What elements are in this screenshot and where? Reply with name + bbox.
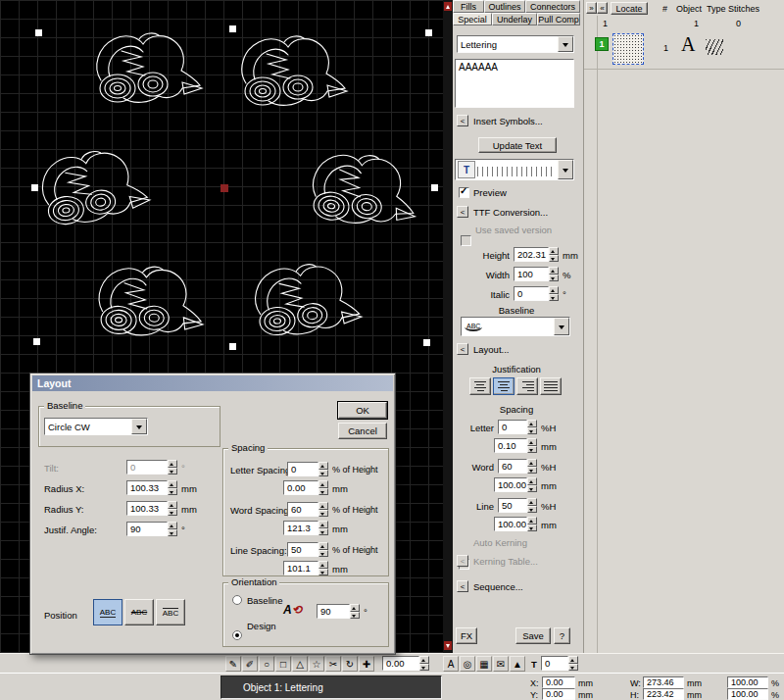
chevron-down-icon[interactable] — [131, 419, 147, 434]
lettering-object-icon[interactable]: A — [681, 33, 695, 56]
baseline-type-select[interactable]: Circle CW — [44, 418, 148, 435]
letter-tool-icon[interactable]: A — [443, 656, 459, 672]
justify-right-button[interactable] — [516, 377, 538, 395]
stitch-type-icon[interactable] — [706, 39, 723, 55]
rotation-center-marker[interactable] — [220, 184, 228, 192]
orientation-angle-input[interactable]: 90 — [317, 604, 350, 619]
rect-tool-icon[interactable]: □ — [275, 656, 291, 672]
help-button[interactable]: ? — [554, 627, 570, 644]
letter-spacing-pct-input[interactable]: 0 — [287, 462, 318, 476]
pencil-tool-icon[interactable]: ✎ — [225, 656, 241, 672]
update-text-button[interactable]: Update Text — [478, 137, 557, 153]
insert-symbols-expander[interactable]: < — [457, 115, 468, 126]
kerning-table-expander[interactable]: < — [457, 555, 468, 567]
line-mm-input[interactable]: 100.00 — [494, 517, 527, 531]
sequence-expander[interactable]: < — [457, 580, 468, 592]
letter-spacing-mm-spinner[interactable] — [318, 480, 328, 495]
line-mm-spinner[interactable] — [527, 517, 537, 531]
italic-input[interactable]: 0 — [514, 286, 549, 301]
scissors-tool-icon[interactable]: ✂ — [325, 656, 341, 672]
justify-center-button[interactable] — [493, 377, 514, 395]
word-spacing-mm-spinner[interactable] — [318, 521, 328, 535]
dialog-title-bar[interactable]: Layout — [32, 375, 393, 391]
tab-underlay[interactable]: Underlay — [492, 13, 537, 25]
tilt-spinner[interactable] — [168, 460, 177, 475]
tab-outlines[interactable]: Outlines — [484, 0, 525, 13]
word-spacing-pct-input[interactable]: 60 — [287, 502, 318, 517]
lettering-text-input[interactable]: AAAAAA — [455, 59, 574, 108]
position-middle-button[interactable]: ABC — [124, 599, 154, 625]
t-value-input[interactable]: 0 — [541, 656, 568, 671]
use-saved-version-checkbox[interactable] — [461, 235, 471, 246]
sequence-button[interactable]: Sequence... — [473, 581, 523, 592]
line-spacing-mm-spinner[interactable] — [318, 561, 328, 575]
kerning-table-button[interactable]: Kerning Table... — [473, 556, 538, 567]
canvas-vertical-scrollbar[interactable] — [443, 0, 453, 653]
letter-spacing-pct-spinner[interactable] — [318, 462, 328, 476]
line-percent-spinner[interactable] — [527, 498, 537, 513]
object-type-select[interactable]: Lettering — [457, 35, 574, 53]
orientation-design-radio[interactable] — [232, 630, 242, 640]
word-percent-input[interactable]: 60 — [498, 459, 527, 474]
angle-input[interactable]: 0.00 — [382, 656, 419, 671]
letter-mm-spinner[interactable] — [527, 438, 537, 453]
locate-button[interactable]: Locate — [611, 2, 648, 15]
tab-connectors[interactable]: Connectors — [525, 0, 580, 13]
justify-full-button[interactable] — [540, 377, 562, 395]
letter-percent-spinner[interactable] — [527, 420, 537, 434]
position-top-button[interactable]: ABC — [156, 599, 185, 625]
line-percent-input[interactable]: 50 — [498, 498, 527, 513]
ok-button[interactable]: OK — [338, 402, 387, 419]
grid-tool-icon[interactable]: ▦ — [476, 656, 492, 672]
tilt-input[interactable]: 0 — [126, 460, 168, 475]
chevron-down-icon[interactable] — [554, 318, 569, 335]
triangle-tool-icon[interactable]: △ — [292, 656, 308, 672]
italic-spinner[interactable] — [549, 286, 559, 301]
scroll-down-icon[interactable] — [444, 641, 452, 650]
ttf-conversion-button[interactable]: TTF Conversion... — [473, 207, 548, 218]
radius-y-input[interactable]: 100.33 — [126, 501, 168, 516]
radius-y-spinner[interactable] — [168, 501, 177, 516]
justify-left-button[interactable] — [469, 377, 491, 395]
collapse-right-icon[interactable]: » — [586, 2, 597, 14]
fx-button[interactable]: FX — [456, 627, 477, 644]
target-tool-icon[interactable]: ◎ — [460, 656, 475, 672]
font-preview-combo[interactable]: T — [455, 159, 574, 180]
width-spinner[interactable] — [549, 267, 559, 281]
cancel-button[interactable]: Cancel — [338, 423, 387, 439]
insert-symbols-button[interactable]: Insert Symbols... — [473, 116, 543, 126]
line-spacing-pct-input[interactable]: 50 — [287, 542, 318, 557]
save-button[interactable]: Save — [515, 627, 551, 644]
orientation-baseline-radio[interactable] — [232, 595, 242, 605]
selection-handles[interactable] — [31, 25, 438, 350]
angle-spinner[interactable] — [419, 656, 429, 671]
position-baseline-button[interactable]: ABC — [93, 599, 122, 625]
circle-tool-icon[interactable]: ○ — [259, 656, 274, 672]
word-spacing-pct-spinner[interactable] — [318, 502, 328, 517]
add-tool-icon[interactable]: ✚ — [359, 656, 374, 672]
letter-mm-input[interactable]: 0.10 — [494, 438, 527, 453]
baseline-select[interactable]: ABC — [461, 317, 570, 336]
chevron-down-icon[interactable] — [558, 160, 573, 179]
tab-pull-comp[interactable]: Pull Comp — [537, 13, 580, 25]
height-spinner[interactable] — [549, 247, 559, 262]
line-spacing-mm-input[interactable]: 101.1 — [283, 561, 318, 575]
tab-special[interactable]: Special — [453, 13, 492, 25]
chevron-down-icon[interactable] — [558, 36, 573, 52]
star-tool-icon[interactable]: ☆ — [309, 656, 324, 672]
orientation-angle-spinner[interactable] — [350, 604, 360, 619]
word-percent-spinner[interactable] — [527, 459, 537, 474]
word-spacing-mm-input[interactable]: 121.3 — [283, 521, 318, 535]
preview-checkbox[interactable] — [459, 187, 469, 198]
width-input[interactable]: 100 — [514, 267, 549, 281]
justif-angle-spinner[interactable] — [168, 522, 177, 536]
t-value-spinner[interactable] — [568, 656, 578, 671]
layout-button[interactable]: Layout... — [473, 344, 509, 355]
envelope-tool-icon[interactable]: ✉ — [493, 656, 509, 672]
layout-expander[interactable]: < — [457, 343, 468, 355]
ttf-expander[interactable]: < — [457, 206, 468, 218]
tab-fills[interactable]: Fills — [453, 0, 484, 13]
radius-x-spinner[interactable] — [168, 480, 177, 495]
triangle-up-tool-icon[interactable]: ▲ — [510, 656, 525, 672]
justif-angle-input[interactable]: 90 — [126, 522, 168, 536]
